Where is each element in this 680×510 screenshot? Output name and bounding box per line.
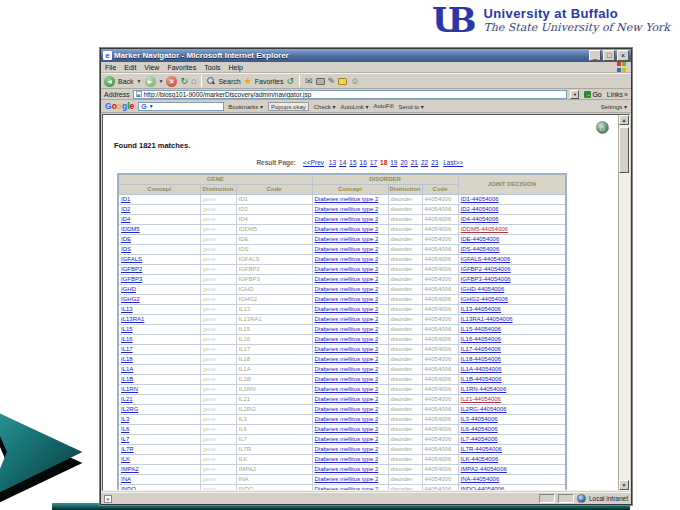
disorder-link[interactable]: Diabetes mellitus type 2: [315, 406, 379, 412]
google-button-popups-okay[interactable]: Popups okay: [268, 102, 309, 111]
joint-decision-link[interactable]: IL13-44054006: [461, 306, 501, 312]
google-button-send-to[interactable]: Send to ▾: [398, 103, 423, 110]
scrollbar-thumb[interactable]: [619, 127, 629, 173]
menu-help[interactable]: Help: [229, 64, 243, 71]
disorder-link[interactable]: Diabetes mellitus type 2: [315, 236, 379, 242]
joint-decision-link[interactable]: IL1RN-44054006: [461, 386, 507, 392]
forward-dropdown-icon[interactable]: ▼: [159, 78, 164, 84]
menu-favorites[interactable]: Favorites: [167, 64, 196, 71]
joint-decision-link[interactable]: ID2-44054006: [461, 206, 499, 212]
joint-decision-link[interactable]: IL17-44054006: [461, 346, 501, 352]
result-page-link-13[interactable]: 13: [329, 159, 336, 166]
result-page-link-20[interactable]: 20: [400, 159, 407, 166]
disorder-link[interactable]: Diabetes mellitus type 2: [315, 326, 379, 332]
back-button-label[interactable]: Back: [118, 78, 134, 85]
gene-link[interactable]: IGHD: [121, 286, 136, 292]
close-button[interactable]: ×: [617, 50, 629, 61]
gene-link[interactable]: IL15: [121, 326, 133, 332]
gene-link[interactable]: ID4: [121, 216, 130, 222]
joint-decision-link[interactable]: IGHG2-44054006: [461, 296, 508, 302]
disorder-link[interactable]: Diabetes mellitus type 2: [315, 356, 379, 362]
gene-link[interactable]: IL16: [121, 336, 133, 342]
gene-link[interactable]: IGFBP3: [121, 276, 142, 282]
disorder-link[interactable]: Diabetes mellitus type 2: [315, 386, 379, 392]
joint-decision-link[interactable]: IL7-44054006: [461, 436, 498, 442]
result-page-link-16[interactable]: 16: [360, 159, 367, 166]
joint-decision-link[interactable]: IL18-44054006: [461, 356, 501, 362]
google-button-bookmarks[interactable]: Bookmarks ▾: [228, 103, 263, 110]
gene-link[interactable]: IL13: [121, 306, 133, 312]
disorder-link[interactable]: Diabetes mellitus type 2: [315, 346, 379, 352]
gene-link[interactable]: ILK: [121, 456, 130, 462]
google-button-autofill[interactable]: AutoFill: [373, 103, 393, 109]
gene-link[interactable]: INDO: [121, 486, 136, 490]
scroll-down-icon[interactable]: ▼: [619, 480, 629, 490]
joint-decision-link[interactable]: IDDM5-44054006: [461, 226, 508, 232]
result-page-link-18[interactable]: 18: [380, 159, 387, 166]
disorder-link[interactable]: Diabetes mellitus type 2: [315, 446, 379, 452]
google-button-autolink[interactable]: AutoLink ▾: [340, 103, 368, 110]
forward-icon[interactable]: ►: [145, 76, 156, 87]
gene-link[interactable]: IDE: [121, 236, 131, 242]
disorder-link[interactable]: Diabetes mellitus type 2: [315, 476, 379, 482]
joint-decision-link[interactable]: IL7R-44054006: [461, 446, 502, 452]
home-icon[interactable]: ⌂: [191, 76, 196, 87]
result-page-link-14[interactable]: 14: [339, 159, 346, 166]
joint-decision-link[interactable]: IL16-44054006: [461, 336, 501, 342]
disorder-link[interactable]: Diabetes mellitus type 2: [315, 316, 379, 322]
joint-decision-link[interactable]: ID4-44054006: [461, 216, 499, 222]
refresh-icon[interactable]: ↻: [180, 76, 188, 87]
google-search-input[interactable]: G ▼: [138, 102, 224, 111]
gene-link[interactable]: INA: [121, 476, 131, 482]
vertical-scrollbar[interactable]: ▲ ▼: [618, 115, 629, 490]
history-icon[interactable]: ↺: [287, 76, 295, 87]
gene-link[interactable]: ID1: [121, 196, 130, 202]
gene-link[interactable]: IL17: [121, 346, 133, 352]
joint-decision-link[interactable]: IL21-44054006: [461, 396, 501, 402]
disorder-link[interactable]: Diabetes mellitus type 2: [315, 486, 379, 490]
result-page-link-23[interactable]: 23: [431, 159, 438, 166]
edit-icon[interactable]: ✎: [328, 76, 336, 87]
disorder-link[interactable]: Diabetes mellitus type 2: [315, 416, 379, 422]
joint-decision-link[interactable]: INA-44054006: [461, 476, 500, 482]
joint-decision-link[interactable]: IL2RG-44054006: [461, 406, 507, 412]
gene-link[interactable]: ID2: [121, 206, 130, 212]
gene-link[interactable]: IGFALS: [121, 256, 142, 262]
disorder-link[interactable]: Diabetes mellitus type 2: [315, 196, 379, 202]
disorder-link[interactable]: Diabetes mellitus type 2: [315, 436, 379, 442]
gene-link[interactable]: IDS: [121, 246, 131, 252]
joint-decision-link[interactable]: IGFALS-44054006: [461, 256, 511, 262]
disorder-link[interactable]: Diabetes mellitus type 2: [315, 306, 379, 312]
page-home-icon[interactable]: ⌂: [596, 121, 609, 134]
result-page-link-21[interactable]: 21: [411, 159, 418, 166]
disorder-link[interactable]: Diabetes mellitus type 2: [315, 336, 379, 342]
joint-decision-link[interactable]: IGFBP3-44054006: [461, 276, 511, 282]
disorder-link[interactable]: Diabetes mellitus type 2: [315, 396, 379, 402]
result-page-link-17[interactable]: 17: [370, 159, 377, 166]
disorder-link[interactable]: Diabetes mellitus type 2: [315, 296, 379, 302]
gene-link[interactable]: IGHG2: [121, 296, 140, 302]
gene-link[interactable]: IMPA2: [121, 466, 139, 472]
folder-icon[interactable]: [338, 78, 347, 85]
joint-decision-link[interactable]: IGFBP2-44054006: [461, 266, 511, 272]
joint-decision-link[interactable]: IGHD-44054006: [461, 286, 505, 292]
google-settings-button[interactable]: Settings ▾: [601, 103, 627, 110]
gene-link[interactable]: IL13RA1: [121, 316, 144, 322]
result-page-link-19[interactable]: 19: [390, 159, 397, 166]
prev-page-link[interactable]: <<Prev: [303, 159, 324, 166]
disorder-link[interactable]: Diabetes mellitus type 2: [315, 246, 379, 252]
joint-decision-link[interactable]: IDE-44054006: [461, 236, 500, 242]
address-input[interactable]: e http://biosg101-9000/markerDiscovery/a…: [133, 90, 568, 99]
joint-decision-link[interactable]: IL13RA1-44054006: [461, 316, 513, 322]
links-toolbar[interactable]: Links »: [607, 91, 628, 98]
gene-link[interactable]: IL7: [121, 436, 129, 442]
result-page-link-22[interactable]: 22: [421, 159, 428, 166]
disorder-link[interactable]: Diabetes mellitus type 2: [315, 456, 379, 462]
joint-decision-link[interactable]: IL6-44054006: [461, 426, 498, 432]
joint-decision-link[interactable]: IMPA2-44054006: [461, 466, 507, 472]
disorder-link[interactable]: Diabetes mellitus type 2: [315, 226, 379, 232]
menu-file[interactable]: File: [105, 64, 116, 71]
gene-link[interactable]: IL1B: [121, 376, 133, 382]
address-dropdown-icon[interactable]: ▼: [570, 90, 579, 99]
result-page-link-15[interactable]: 15: [349, 159, 356, 166]
